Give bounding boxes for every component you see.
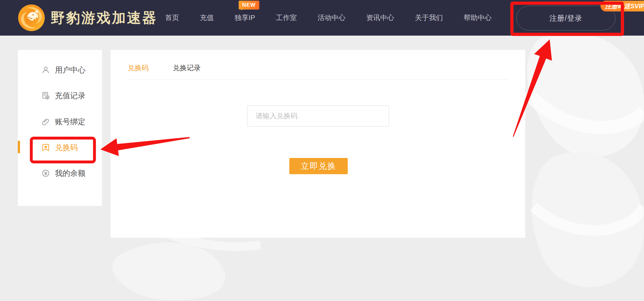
balance-icon <box>41 169 50 178</box>
tab-redeem-code[interactable]: 兑换码 <box>128 63 149 73</box>
tab-redeem-history[interactable]: 兑换记录 <box>173 63 201 73</box>
nav-item-about-us[interactable]: 关于我们 <box>415 0 443 36</box>
link-icon <box>41 117 50 126</box>
sidebar-item-label: 我的余额 <box>55 168 85 178</box>
nav-item-recharge[interactable]: 充值 <box>200 0 214 36</box>
tabs-divider <box>128 79 508 80</box>
nav-item-exclusive-ip[interactable]: 独享IP NEW <box>235 0 255 36</box>
sidebar-item-label: 用户中心 <box>55 65 85 75</box>
page: 野豹游戏加速器 首页 充值 独享IP NEW 工作室 活动中心 资讯中心 关于我… <box>0 0 644 301</box>
nav-item-studio[interactable]: 工作室 <box>276 0 297 36</box>
tabs: 兑换码 兑换记录 <box>128 63 201 73</box>
register-login-button[interactable]: 注册/登录 <box>516 6 615 31</box>
sidebar-item-label: 兑换码 <box>55 142 78 153</box>
content-panel: 兑换码 兑换记录 立即兑换 <box>111 50 525 238</box>
sidebar: 用户中心 充值记录 账号绑定 <box>18 50 102 206</box>
new-badge: NEW <box>239 1 259 10</box>
ticket-icon <box>41 143 50 152</box>
sidebar-item-redeem-code[interactable]: 兑换码 <box>41 141 78 154</box>
redeem-code-input[interactable] <box>247 106 389 127</box>
top-navbar: 野豹游戏加速器 首页 充值 独享IP NEW 工作室 活动中心 资讯中心 关于我… <box>0 0 644 36</box>
brand-name[interactable]: 野豹游戏加速器 <box>51 9 158 27</box>
sidebar-item-recharge-records[interactable]: 充值记录 <box>41 89 85 102</box>
sidebar-item-my-balance[interactable]: 我的余额 <box>41 167 85 180</box>
redeem-now-button[interactable]: 立即兑换 <box>289 158 348 174</box>
active-indicator <box>18 141 20 153</box>
nav-item-activity-center[interactable]: 活动中心 <box>318 0 345 36</box>
svip-promo-badge: 注册即送SVIP <box>600 1 644 11</box>
main-nav: 首页 充值 独享IP NEW 工作室 活动中心 资讯中心 关于我们 帮助中心 <box>165 0 492 36</box>
user-icon <box>41 65 50 74</box>
nav-item-help-center[interactable]: 帮助中心 <box>464 0 492 36</box>
nav-item-home[interactable]: 首页 <box>165 0 179 36</box>
sidebar-item-account-binding[interactable]: 账号绑定 <box>41 115 85 128</box>
nav-item-exclusive-ip-label: 独享IP <box>235 13 255 23</box>
sidebar-item-label: 账号绑定 <box>55 117 85 127</box>
sidebar-item-user-center[interactable]: 用户中心 <box>41 64 85 76</box>
sidebar-item-label: 充值记录 <box>55 91 85 101</box>
receipt-icon <box>41 91 50 100</box>
brand-logo[interactable] <box>18 4 45 31</box>
nav-item-news-center[interactable]: 资讯中心 <box>366 0 394 36</box>
